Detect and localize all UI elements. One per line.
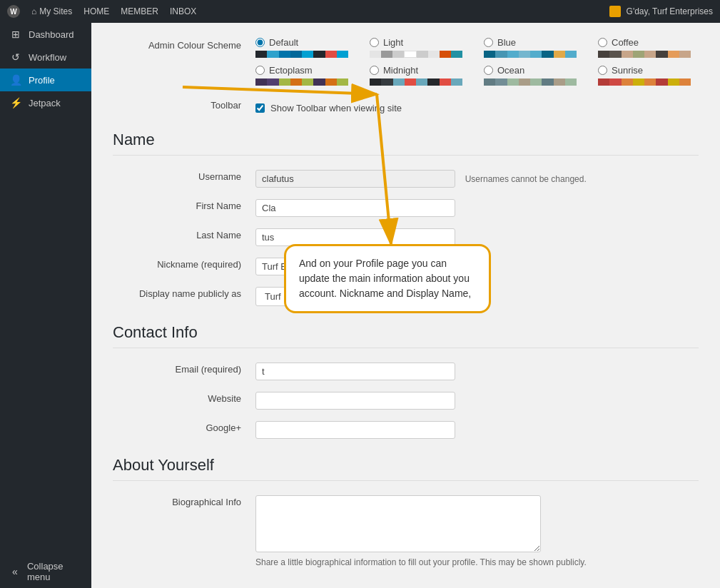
- user-avatar: [609, 6, 621, 17]
- username-row: Username Usernames cannot be changed.: [113, 164, 699, 193]
- jetpack-icon: ⚡: [9, 97, 23, 108]
- colour-option-coffee[interactable]: Coffee: [598, 37, 698, 58]
- about-heading: About Yourself: [113, 456, 699, 481]
- colour-radio-ocean[interactable]: [484, 66, 493, 75]
- collapse-icon: «: [9, 566, 21, 577]
- top-bar: W ⌂ My Sites HOME MEMBER INBOX G'day, Tu…: [0, 0, 720, 23]
- callout-bubble: And on your Profile page you can update …: [284, 244, 491, 313]
- lastname-label: Last Name: [113, 223, 255, 252]
- show-toolbar-checkbox[interactable]: [255, 103, 265, 113]
- bio-note: Share a little biographical information …: [255, 557, 699, 567]
- bio-textarea[interactable]: [255, 495, 541, 552]
- mysites-link[interactable]: ⌂ My Sites: [31, 6, 72, 16]
- bio-label: Biographical Info: [113, 490, 255, 573]
- admin-colour-scheme-row: Admin Colour Scheme Default: [113, 37, 699, 86]
- svg-line-0: [183, 87, 377, 94]
- sidebar: ⊞ Dashboard ↺ Workflow 👤 Profile ⚡ Jetpa…: [0, 23, 91, 588]
- top-bar-right: G'day, Turf Enterprises: [609, 6, 713, 17]
- name-heading: Name: [113, 131, 699, 156]
- colour-swatches-default: [255, 51, 348, 58]
- contact-form-table: Email (required) Website Google+: [113, 357, 699, 445]
- colour-swatches-midnight: [370, 78, 462, 86]
- colour-swatches-blue: [484, 51, 577, 58]
- colour-radio-sunrise[interactable]: [598, 66, 607, 75]
- email-label: Email (required): [113, 357, 255, 386]
- contact-heading: Contact Info: [113, 323, 699, 348]
- colour-option-sunrise[interactable]: Sunrise: [598, 65, 698, 86]
- mysites-icon: ⌂: [31, 6, 36, 16]
- googleplus-label: Google+: [113, 415, 255, 445]
- inbox-link[interactable]: INBOX: [170, 6, 196, 16]
- colour-option-ocean[interactable]: Ocean: [484, 65, 584, 86]
- colour-radio-midnight[interactable]: [370, 66, 379, 75]
- colour-option-ectoplasm[interactable]: Ectoplasm: [255, 65, 355, 86]
- toolbar-row: Toolbar Show Toolbar when viewing site: [113, 97, 699, 119]
- colour-radio-ectoplasm[interactable]: [255, 66, 265, 75]
- wp-logo: W: [7, 5, 20, 18]
- colour-option-blue[interactable]: Blue: [484, 37, 584, 58]
- nickname-label: Nickname (required): [113, 252, 255, 281]
- display-name-label: Display name publicly as: [113, 281, 255, 312]
- sidebar-collapse-menu[interactable]: « Collapse menu: [0, 555, 91, 588]
- colour-option-light[interactable]: Light: [370, 37, 470, 58]
- admin-colour-label: Admin Colour Scheme: [113, 37, 255, 51]
- website-input[interactable]: [255, 392, 455, 410]
- bio-row: Biographical Info Share a little biograp…: [113, 490, 699, 573]
- profile-icon: 👤: [9, 74, 23, 86]
- colour-option-midnight[interactable]: Midnight: [370, 65, 470, 86]
- colour-option-default[interactable]: Default: [255, 37, 355, 58]
- colour-swatches-ocean: [484, 78, 577, 86]
- toolbar-checkbox-row: Show Toolbar when viewing site: [255, 97, 402, 119]
- show-toolbar-label: Show Toolbar when viewing site: [270, 103, 402, 113]
- username-input[interactable]: [255, 170, 455, 188]
- firstname-row: First Name: [113, 193, 699, 223]
- firstname-input[interactable]: [255, 199, 455, 217]
- toolbar-label: Toolbar: [113, 97, 255, 111]
- greeting-text: G'day, Turf Enterprises: [627, 6, 713, 16]
- colour-swatches-ectoplasm: [255, 78, 348, 86]
- website-row: Website: [113, 386, 699, 415]
- email-input[interactable]: [255, 363, 455, 380]
- colour-swatches-light: [370, 51, 462, 58]
- colour-radio-light[interactable]: [370, 38, 379, 47]
- sidebar-item-jetpack[interactable]: ⚡ Jetpack: [0, 91, 91, 114]
- app-body: ⊞ Dashboard ↺ Workflow 👤 Profile ⚡ Jetpa…: [0, 23, 720, 588]
- member-link[interactable]: MEMBER: [121, 6, 158, 16]
- website-label: Website: [113, 386, 255, 415]
- colour-radio-blue[interactable]: [484, 38, 493, 47]
- username-label: Username: [113, 164, 255, 193]
- sidebar-item-profile[interactable]: 👤 Profile: [0, 69, 91, 91]
- colour-swatches-sunrise: [598, 78, 691, 86]
- home-link[interactable]: HOME: [83, 6, 109, 16]
- email-row: Email (required): [113, 357, 699, 386]
- about-form-table: Biographical Info Share a little biograp…: [113, 490, 699, 573]
- firstname-label: First Name: [113, 193, 255, 223]
- main-content: Admin Colour Scheme Default: [91, 23, 720, 588]
- username-note: Usernames cannot be changed.: [465, 174, 587, 184]
- sidebar-item-workflow[interactable]: ↺ Workflow: [0, 46, 91, 69]
- colour-radio-default[interactable]: [255, 38, 265, 47]
- colour-swatches-coffee: [598, 51, 691, 58]
- workflow-icon: ↺: [9, 51, 23, 63]
- sidebar-item-dashboard[interactable]: ⊞ Dashboard: [0, 23, 91, 46]
- colour-radio-coffee[interactable]: [598, 38, 607, 47]
- googleplus-row: Google+: [113, 415, 699, 445]
- colour-grid: Default: [255, 37, 698, 86]
- dashboard-icon: ⊞: [9, 29, 23, 40]
- googleplus-input[interactable]: [255, 421, 455, 439]
